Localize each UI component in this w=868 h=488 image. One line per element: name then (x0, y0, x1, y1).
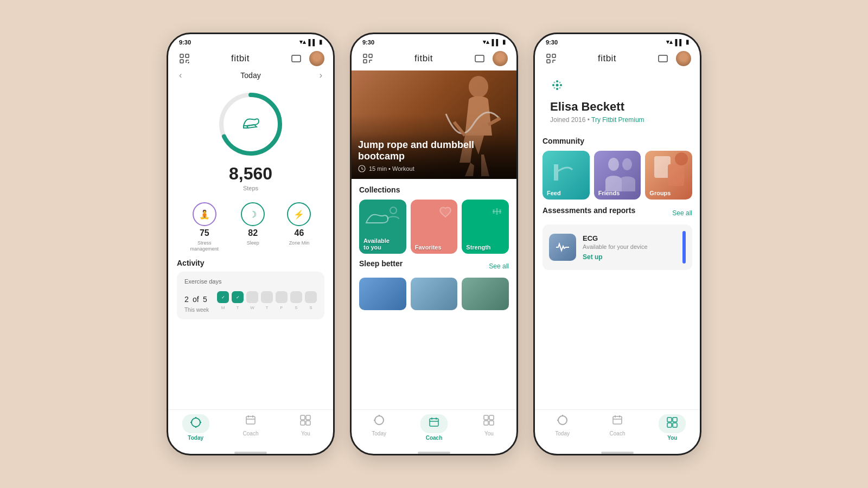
status-time-1: 9:30 (179, 39, 191, 46)
ecg-info: ECG Available for your device Set up (583, 234, 676, 261)
community-feed[interactable]: Feed (542, 151, 590, 200)
status-bar-2: 9:30 ▾▴ ▌▌ ▮ (352, 34, 516, 48)
exercise-count: 2 of 5 (184, 289, 209, 306)
zone-value: 46 (294, 228, 304, 238)
nav-you-2[interactable]: You (462, 414, 516, 441)
svg-point-67 (608, 158, 619, 171)
sleep-card-1[interactable] (359, 278, 406, 310)
collection-strength[interactable]: Strength (462, 200, 509, 254)
svg-point-65 (559, 87, 561, 89)
sleep-section-header: Sleep better See all (359, 259, 509, 273)
nav-you-3[interactable]: You (645, 414, 700, 441)
premium-link[interactable]: Try Fitbit Premium (591, 116, 644, 124)
zone-icon: ⚡ (293, 209, 304, 220)
sleep-card-3[interactable] (462, 278, 509, 310)
message-icon-3[interactable] (655, 51, 671, 66)
svg-rect-19 (301, 415, 305, 420)
nav-coach-1[interactable]: Coach (223, 414, 278, 441)
community-friends[interactable]: Friends (594, 151, 641, 200)
nav-today-1[interactable]: Today (168, 414, 223, 441)
svg-rect-21 (301, 421, 305, 425)
hero-workout-image[interactable]: Jump rope and dumbbell bootcamp 15 min •… (352, 70, 516, 179)
nav-coach-label-1: Coach (243, 431, 259, 436)
collections-section: Collections Availableto you (352, 179, 516, 254)
svg-rect-50 (489, 421, 494, 425)
nav-coach-2[interactable]: Coach (406, 414, 461, 441)
collection-strength-label: Strength (462, 241, 495, 254)
assessments-title: Assessments and reports (542, 206, 635, 215)
scan-icon[interactable] (177, 51, 192, 66)
collection-favorites[interactable]: Favorites (411, 200, 458, 254)
app-logo-2: fitbit (414, 53, 433, 64)
nav-today-label-2: Today (372, 431, 386, 436)
svg-rect-43 (430, 419, 438, 426)
svg-point-40 (375, 416, 384, 425)
status-icons-1: ▾▴ ▌▌ ▮ (299, 38, 322, 46)
header-icons-3 (655, 51, 691, 66)
avatar-3[interactable] (676, 51, 691, 66)
wifi-icon: ▾▴ (299, 38, 306, 46)
svg-rect-22 (306, 421, 310, 425)
status-time-3: 9:30 (546, 39, 558, 46)
day-dot-fri (276, 291, 288, 303)
app-header-3: fitbit (535, 48, 700, 70)
nav-today-bg (182, 414, 209, 433)
assessments-see-all[interactable]: See all (672, 209, 692, 217)
status-bar-1: 9:30 ▾▴ ▌▌ ▮ (168, 34, 333, 48)
day-dot-sat (290, 291, 302, 303)
svg-rect-53 (547, 60, 550, 63)
signal-icon-3: ▌▌ (675, 39, 684, 46)
hero-meta: 15 min • Workout (358, 165, 510, 172)
nav-coach-3[interactable]: Coach (590, 414, 644, 441)
scan-icon-3[interactable] (544, 51, 559, 66)
sleep-cards-row (359, 278, 509, 310)
exercise-card[interactable]: Exercise days 2 of 5 This week ✓ ✓ (177, 272, 324, 319)
svg-rect-23 (363, 54, 367, 57)
community-groups[interactable]: Groups (645, 151, 692, 200)
next-day-arrow[interactable]: › (320, 70, 322, 80)
app-header-2: fitbit (352, 48, 516, 70)
metric-stress[interactable]: 🧘 75 Stressmanagement (190, 202, 219, 252)
avatar-1[interactable] (309, 51, 324, 66)
message-icon-1[interactable] (289, 51, 304, 66)
svg-point-61 (556, 88, 558, 90)
svg-rect-81 (667, 423, 672, 427)
svg-rect-80 (673, 418, 677, 422)
svg-point-57 (556, 84, 559, 87)
you-nav-icon-3 (666, 416, 678, 431)
sleep-see-all[interactable]: See all (489, 262, 509, 270)
sleep-section: Sleep better See all (352, 254, 516, 310)
hero-workout-title: Jump rope and dumbbell bootcamp (358, 139, 510, 163)
metric-sleep[interactable]: ☽ 82 Sleep (241, 202, 265, 252)
ecg-accent-bar (682, 231, 686, 264)
activity-section: Activity Exercise days 2 of 5 This week … (168, 259, 333, 319)
svg-rect-49 (484, 421, 488, 425)
wifi-icon-2: ▾▴ (483, 38, 489, 46)
app-header-1: fitbit (168, 48, 333, 70)
collection-available[interactable]: Availableto you (359, 200, 406, 254)
scan-icon-2[interactable] (360, 51, 375, 66)
bottom-nav-1: Today Coach You (168, 409, 333, 448)
ecg-card[interactable]: ECG Available for your device Set up (542, 224, 692, 270)
nav-you-1[interactable]: You (278, 414, 333, 441)
prev-day-arrow[interactable]: ‹ (179, 70, 182, 80)
setup-button[interactable]: Set up (583, 253, 676, 261)
steps-ring (215, 89, 286, 159)
metric-zone[interactable]: ⚡ 46 Zone Min (287, 202, 311, 252)
nav-today-2[interactable]: Today (352, 414, 406, 441)
message-icon-2[interactable] (472, 51, 487, 66)
svg-rect-47 (484, 415, 488, 420)
nav-today-3[interactable]: Today (535, 414, 590, 441)
coach-nav-icon-1 (245, 414, 257, 429)
nav-coach-bg-2 (420, 414, 448, 433)
svg-rect-25 (363, 60, 367, 63)
hero-duration: 15 min • Workout (369, 165, 414, 172)
day-dots: ✓ ✓ (217, 291, 317, 303)
nav-today-label-3: Today (555, 431, 570, 436)
steps-count: 8,560 (229, 164, 272, 184)
avatar-2[interactable] (493, 51, 508, 66)
day-dot-wed (246, 291, 258, 303)
today-nav-icon-3 (557, 414, 569, 429)
sleep-card-2[interactable] (411, 278, 458, 310)
svg-rect-24 (369, 54, 372, 57)
